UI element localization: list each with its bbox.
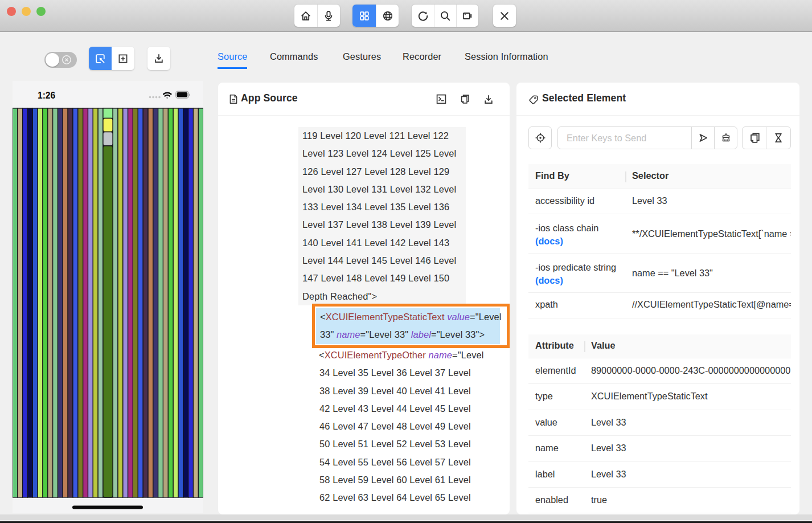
svg-text:1:26: 1:26: [38, 91, 56, 100]
